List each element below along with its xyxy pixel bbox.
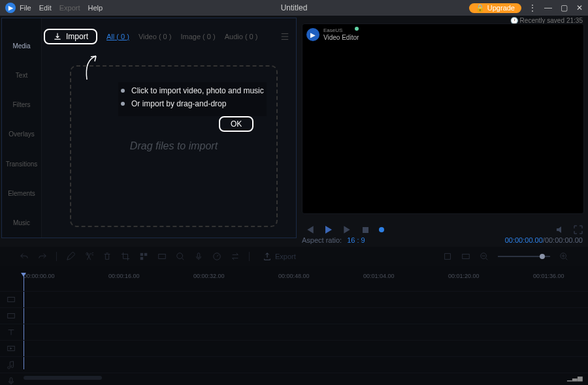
more-icon[interactable]: ⋮ xyxy=(528,3,537,12)
volume-icon[interactable] xyxy=(555,225,564,234)
brand-large: Video Editor xyxy=(323,34,359,41)
timeline-ruler[interactable]: 00:00:00.00 00:00:16.00 00:00:32.00 00:0… xyxy=(24,273,581,286)
import-label: Import xyxy=(66,32,88,41)
aspect-value[interactable]: 16 : 9 xyxy=(347,236,365,244)
overlay-track-icon xyxy=(7,295,16,304)
svg-rect-1 xyxy=(144,253,147,256)
hint-tooltip: Click to import video, photo and music O… xyxy=(118,82,267,116)
minimize-button[interactable]: — xyxy=(544,3,553,12)
voice-icon[interactable] xyxy=(194,252,203,261)
progress-handle[interactable] xyxy=(379,227,384,232)
filter-track-icon xyxy=(7,311,16,320)
ruler-tick: 00:00:00.00 xyxy=(24,273,55,279)
zoom-icon[interactable] xyxy=(176,252,185,261)
convert-icon[interactable] xyxy=(231,252,240,261)
close-button[interactable]: ✕ xyxy=(575,3,584,12)
freeze-icon[interactable] xyxy=(157,252,167,261)
maximize-button[interactable]: ▢ xyxy=(559,3,568,12)
side-tab-filters[interactable]: Filters xyxy=(2,90,41,119)
preview-info-bar: Aspect ratio: 16 : 9 00:00:00.00 / 00:00… xyxy=(302,236,583,244)
svg-rect-12 xyxy=(8,314,15,318)
svg-rect-0 xyxy=(140,253,143,256)
track-filter[interactable] xyxy=(0,307,588,324)
svg-rect-14 xyxy=(10,378,12,382)
fit-icon[interactable] xyxy=(461,252,470,261)
track-overlay[interactable] xyxy=(0,291,588,307)
stop-button[interactable] xyxy=(361,225,370,234)
ruler-tick: 00:01:20.00 xyxy=(448,273,480,279)
prev-frame-button[interactable] xyxy=(306,225,315,234)
app-logo: ▶ xyxy=(5,3,16,13)
titlebar: ▶ File Edit Export Help Untitled 🔒 Upgra… xyxy=(0,0,588,16)
svg-rect-5 xyxy=(197,253,200,258)
upgrade-button[interactable]: 🔒 Upgrade xyxy=(469,3,521,13)
menu-help[interactable]: Help xyxy=(88,4,103,12)
list-view-icon[interactable] xyxy=(280,32,289,41)
speed-icon[interactable] xyxy=(212,252,221,261)
text-track-icon xyxy=(7,328,16,337)
zoom-in-icon[interactable] xyxy=(559,252,568,261)
menu-export: Export xyxy=(59,4,80,12)
media-tab-audio[interactable]: Audio ( 0 ) xyxy=(225,33,258,40)
window-title: Untitled xyxy=(281,3,308,12)
preview-watermark: ▶ EaseUS Video Editor xyxy=(306,28,359,41)
ruler-tick: 00:00:16.00 xyxy=(108,273,140,279)
zoom-out-icon[interactable] xyxy=(480,252,489,261)
media-tab-video[interactable]: Video ( 0 ) xyxy=(139,33,172,40)
ruler-tick: 00:01:04.00 xyxy=(363,273,395,279)
split-icon[interactable] xyxy=(84,252,93,261)
zoom-handle[interactable] xyxy=(540,254,545,259)
side-tab-text[interactable]: Text xyxy=(2,61,41,90)
export-label: Export xyxy=(275,253,296,260)
brand-small: EaseUS xyxy=(323,28,359,34)
side-tab-media[interactable]: Media xyxy=(2,31,41,61)
svg-rect-3 xyxy=(159,254,166,259)
upgrade-label: Upgrade xyxy=(487,4,515,12)
bullet-icon xyxy=(121,89,125,93)
bullet-icon xyxy=(121,102,125,106)
zoom-slider[interactable] xyxy=(498,256,550,257)
menu-file[interactable]: File xyxy=(20,4,31,12)
ok-button[interactable]: OK xyxy=(219,116,253,132)
redo-icon[interactable] xyxy=(38,252,47,261)
menu-edit[interactable]: Edit xyxy=(39,4,52,12)
track-video[interactable] xyxy=(0,340,588,356)
preview-panel: ▶ EaseUS Video Editor xyxy=(302,23,584,214)
media-tab-all[interactable]: All ( 0 ) xyxy=(106,33,129,40)
marker-icon[interactable] xyxy=(443,252,452,261)
side-tab-music[interactable]: Music xyxy=(2,208,41,238)
ruler-tick: 00:00:48.00 xyxy=(278,273,310,279)
track-audio[interactable] xyxy=(0,356,588,373)
svg-rect-11 xyxy=(8,298,15,302)
delete-icon[interactable] xyxy=(103,252,112,261)
fullscreen-icon[interactable] xyxy=(574,225,583,234)
total-time: 00:00:00.00 xyxy=(545,236,583,244)
brand-logo-icon: ▶ xyxy=(306,28,319,41)
current-time: 00:00:00.00 xyxy=(505,236,543,244)
undo-icon[interactable] xyxy=(20,252,29,261)
signal-icon: ▁▃▅ xyxy=(567,374,583,381)
media-header: Import All ( 0 ) Video ( 0 ) Image ( 0 )… xyxy=(44,29,289,44)
svg-rect-2 xyxy=(140,257,143,260)
side-tab-transitions[interactable]: Transitions xyxy=(2,149,41,179)
media-panel: Media Text Filters Overlays Transitions … xyxy=(1,18,297,238)
timeline[interactable]: 00:00:00.00 00:00:16.00 00:00:32.00 00:0… xyxy=(0,266,588,385)
svg-rect-8 xyxy=(463,254,470,259)
svg-point-4 xyxy=(177,253,183,259)
side-tab-overlays[interactable]: Overlays xyxy=(2,119,41,149)
edit-icon[interactable] xyxy=(66,252,75,261)
side-tab-elements[interactable]: Elements xyxy=(2,179,41,208)
timeline-toolbar: Export xyxy=(0,247,588,266)
mosaic-icon[interactable] xyxy=(139,252,148,261)
export-button[interactable]: Export xyxy=(263,252,296,261)
track-text[interactable] xyxy=(0,324,588,340)
ruler-tick: 00:00:32.00 xyxy=(193,273,225,279)
play-button[interactable] xyxy=(324,225,333,234)
crop-icon[interactable] xyxy=(121,252,130,261)
ruler-tick: 00:01:36.00 xyxy=(533,273,564,279)
timeline-scrollbar[interactable] xyxy=(24,376,102,380)
next-frame-button[interactable] xyxy=(342,225,351,234)
import-button[interactable]: Import xyxy=(44,29,97,44)
media-tab-image[interactable]: Image ( 0 ) xyxy=(180,33,215,40)
audio-track-icon xyxy=(7,360,16,369)
